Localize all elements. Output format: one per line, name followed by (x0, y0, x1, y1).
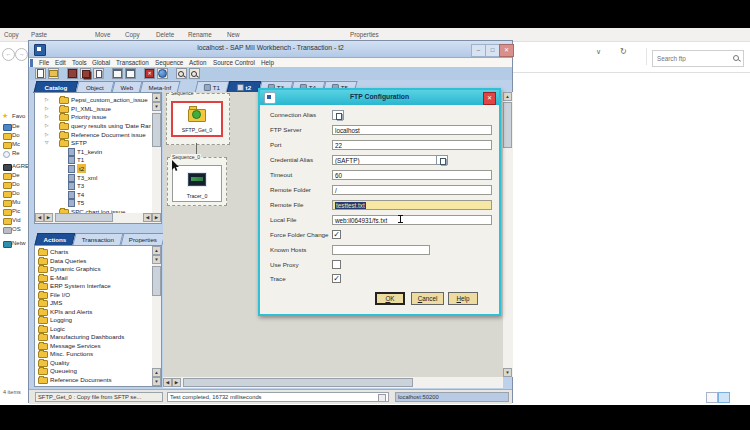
nav-os-drive[interactable]: OS (0, 225, 28, 234)
scrollbar-thumb[interactable] (183, 378, 413, 387)
delete-button[interactable]: ✕ (144, 68, 155, 79)
ribbon-paste-button[interactable]: Paste (31, 30, 47, 39)
use-proxy-checkbox[interactable] (332, 260, 341, 269)
cancel-button[interactable]: Cancel (411, 292, 444, 305)
nav-item[interactable]: Do (0, 189, 28, 198)
scroll-right-icon[interactable] (152, 213, 161, 222)
ribbon-copy-button[interactable]: Copy (4, 30, 19, 39)
minimize-icon[interactable]: – (471, 44, 486, 57)
action-category[interactable]: Manufacturing Dashboards (35, 332, 151, 341)
tree-hscrollbar[interactable] (35, 213, 161, 223)
ok-button[interactable]: OK (375, 292, 405, 305)
scrollbar-thumb[interactable] (55, 213, 113, 222)
timeout-field[interactable]: 60 (332, 170, 492, 180)
nav-favorites[interactable]: ★Favo (0, 112, 28, 121)
web-button[interactable] (157, 68, 168, 79)
scrollbar-thumb[interactable] (152, 266, 161, 296)
find-next-button[interactable] (189, 68, 200, 79)
details-view-icon[interactable] (706, 392, 718, 403)
connection-alias-picker[interactable] (332, 110, 344, 120)
explorer-search-box[interactable] (652, 50, 744, 67)
help-button[interactable]: Help (448, 292, 478, 305)
tree-item[interactable]: ▷Priority issue (35, 112, 151, 121)
action-category[interactable]: Queueing (35, 366, 151, 375)
maximize-icon[interactable]: □ (485, 44, 500, 57)
scrollbar-thumb[interactable] (152, 113, 161, 147)
ribbon-copyto-button[interactable]: Copy (125, 30, 140, 39)
tab-actions[interactable]: Actions (35, 233, 76, 245)
action-category[interactable]: Reference Documents (35, 375, 151, 384)
action-category[interactable]: Charts (35, 247, 151, 256)
action-category[interactable]: ERP System Interface (35, 281, 151, 290)
ribbon-move-button[interactable]: Move (95, 30, 110, 39)
tree-item[interactable]: T5 (35, 198, 151, 207)
ribbon-rename-button[interactable]: Rename (188, 30, 212, 39)
scroll-down-icon[interactable] (152, 255, 161, 264)
tree-item[interactable]: ▷Pepsi_custom_action_issue (35, 95, 151, 104)
forward-icon[interactable]: → (15, 48, 28, 61)
action-category[interactable]: Misc. Functions (35, 349, 151, 358)
sequence-group[interactable]: Sequence SFTP_Get_0 (166, 93, 230, 145)
save-all-button[interactable] (80, 68, 91, 79)
action-category[interactable]: JMS (35, 298, 151, 307)
scroll-up-icon[interactable] (152, 368, 161, 377)
status-doc-icon[interactable] (378, 394, 386, 402)
canvas-hscrollbar[interactable] (163, 377, 503, 388)
scroll-right-icon[interactable] (172, 378, 181, 387)
nav-downloads[interactable]: Do (0, 131, 28, 140)
known-hosts-field[interactable] (332, 245, 430, 255)
action-category[interactable]: Dynamic Graphics (35, 264, 151, 273)
credential-alias-picker[interactable] (436, 155, 448, 165)
tab-transaction[interactable]: Transaction (73, 233, 124, 245)
ribbon-properties-button[interactable]: Properties (350, 30, 379, 39)
scroll-down-icon[interactable] (503, 368, 512, 377)
nav-network[interactable]: Netw (0, 239, 28, 248)
port-field[interactable]: 22 (332, 140, 492, 150)
scroll-down-icon[interactable] (152, 377, 161, 386)
remote-folder-field[interactable]: / (332, 185, 492, 195)
tree-item-selected[interactable]: t2 (35, 164, 151, 173)
credential-alias-field[interactable]: (SAFTP) (332, 155, 447, 165)
nav-videos[interactable]: Vid (0, 216, 28, 225)
nav-this-pc[interactable]: AGRE (0, 162, 28, 171)
nav-music[interactable]: Mu (0, 198, 28, 207)
nav-pictures[interactable]: Pic (0, 207, 28, 216)
tree-item[interactable]: ▷query results using 'Date Range' d (35, 121, 151, 130)
scroll-up-icon[interactable] (152, 93, 161, 102)
scrollbar-thumb[interactable] (503, 102, 512, 148)
action-category[interactable]: Logging (35, 315, 151, 324)
tree-item-sftp[interactable]: ▽SFTP (35, 138, 151, 147)
nav-item[interactable]: Do (0, 180, 28, 189)
trace-checkbox[interactable]: ✓ (332, 274, 341, 283)
nav-item[interactable]: De (0, 171, 28, 180)
remote-file-field[interactable]: testtest.txt (332, 200, 492, 210)
force-folder-change-checkbox[interactable]: ✓ (332, 230, 341, 239)
open-button[interactable] (48, 68, 59, 79)
ftp-server-field[interactable]: localhost (332, 125, 492, 135)
sftp-get-node[interactable]: SFTP_Get_0 (171, 101, 223, 137)
nav-desktop[interactable]: De (0, 122, 28, 131)
sap-title-bar[interactable]: localhost - SAP MII Workbench - Transact… (29, 41, 512, 57)
scroll-up-icon[interactable] (152, 246, 161, 255)
ribbon-delete-button[interactable]: Delete (156, 30, 174, 39)
search-input[interactable] (655, 52, 731, 65)
local-file-field[interactable]: web:il064931/fs.txt (332, 215, 492, 225)
export-button[interactable] (93, 68, 104, 79)
tree-item[interactable]: T3 (35, 181, 151, 190)
scroll-left-icon[interactable] (163, 378, 172, 387)
layout-button[interactable] (125, 68, 136, 79)
tree-item[interactable]: T1 (35, 155, 151, 164)
actions-vscrollbar[interactable] (152, 246, 161, 386)
scroll-left-icon[interactable] (143, 213, 152, 222)
copy-button[interactable] (112, 68, 123, 79)
ribbon-new-button[interactable]: New (227, 30, 240, 39)
scroll-down-icon[interactable] (152, 102, 161, 111)
scroll-left-icon[interactable] (35, 213, 44, 222)
nav-recent[interactable]: Re (0, 149, 28, 158)
tab-properties[interactable]: Properties (121, 233, 166, 245)
chevron-down-icon[interactable]: ∨ (596, 48, 601, 56)
scroll-right-icon[interactable] (44, 213, 53, 222)
refresh-icon[interactable]: ↻ (620, 47, 627, 56)
dialog-close-icon[interactable]: ✕ (483, 92, 496, 105)
back-icon[interactable]: ← (2, 48, 15, 61)
